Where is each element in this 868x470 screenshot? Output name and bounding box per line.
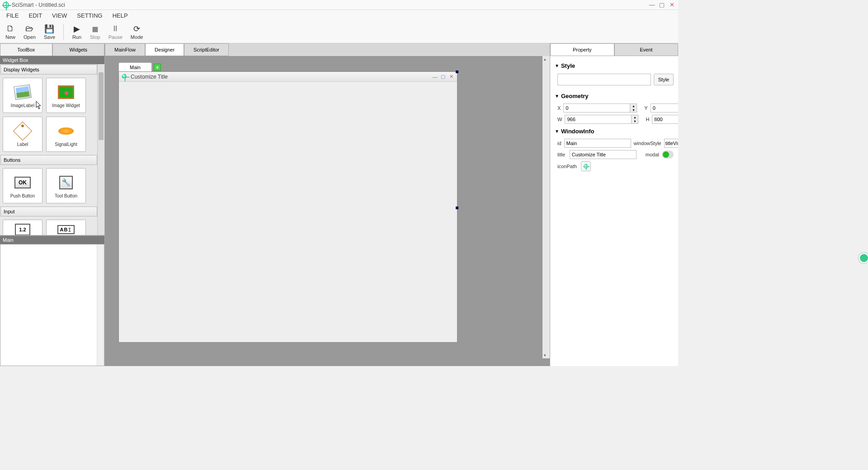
tab-event[interactable]: Event [614,43,679,56]
label-text: Label [17,142,28,147]
outline-scrollbar[interactable] [97,244,104,366]
tab-property[interactable]: Property [550,43,614,56]
outline-tree[interactable] [0,244,104,366]
toolbar-separator [63,24,64,40]
caret-down-icon: ▼ [555,94,559,99]
new-button[interactable]: 🗋 New [5,24,15,40]
x-input[interactable] [563,103,630,113]
category-input[interactable]: Input [0,207,97,216]
document-tab-main[interactable]: Main [118,62,152,72]
caret-down-icon: ▼ [555,63,559,68]
section-geometry[interactable]: ▼Geometry [555,91,674,101]
form-icon [122,74,128,80]
tab-widgets[interactable]: Widgets [52,43,105,56]
menu-setting[interactable]: SETTING [72,10,107,21]
widget-toolbutton[interactable]: 🔧 Tool Button [46,168,86,203]
resize-handle[interactable] [456,70,458,73]
category-display-widgets[interactable]: Display Widgets [0,65,97,75]
widget-pushbutton[interactable]: OK Push Button [3,168,42,203]
widget-spinbox[interactable]: 1.2 [3,220,42,236]
imagelabel-text: ImageLabel [11,103,34,108]
menu-view[interactable]: VIEW [47,10,71,21]
category-buttons[interactable]: Buttons [0,155,97,165]
widget-box: Display Widgets ImageLabel Image Widget … [0,64,104,236]
windowstyle-select[interactable]: titleVisia▾ [664,139,678,148]
open-label: Open [24,34,36,40]
h-input[interactable] [652,115,678,124]
menu-bar: FILE EDIT VIEW SETTING HELP [0,10,678,21]
minimize-button[interactable]: — [648,2,656,8]
pause-button[interactable]: ⏸ Pause [108,24,123,40]
widget-box-title: Widget Box [0,56,104,64]
w-input[interactable] [565,115,631,124]
x-spinner[interactable]: ▲▼ [630,103,637,113]
signallight-icon [57,122,75,140]
widget-signallight[interactable]: SignalLight [46,117,86,152]
form-close-icon[interactable]: ✕ [448,74,454,80]
modal-toggle[interactable] [662,150,674,159]
w-label: W [557,117,562,122]
form-maximize-icon[interactable]: ▢ [440,74,446,80]
tab-scripteditor[interactable]: ScriptEditor [184,43,229,56]
resize-handle[interactable] [456,207,458,209]
imagelabel-icon [14,83,32,101]
menu-file[interactable]: FILE [2,10,23,21]
run-button[interactable]: ▶ Run [72,24,82,40]
imagewidget-text: Image Widget [52,103,80,108]
right-panel: Property Event ▼Style Style ▼Geometry X … [550,43,678,366]
pause-icon: ⏸ [110,24,120,33]
menu-edit[interactable]: EDIT [24,10,47,21]
cursor-icon [36,101,42,110]
menu-help[interactable]: HELP [108,10,132,21]
tab-toolbox[interactable]: ToolBox [0,43,52,56]
widgetbox-scrollbar[interactable] [97,64,104,235]
style-input[interactable] [557,74,651,85]
stop-button[interactable]: ◼ Stop [90,24,100,40]
tab-designer[interactable]: Designer [145,43,184,56]
maximize-button[interactable]: ▢ [658,2,665,8]
pushbutton-icon: OK [14,174,32,192]
stop-icon: ◼ [90,24,100,33]
center-panel: MainFlow Designer ScriptEditor Main + Cu… [105,43,550,366]
form-title: Customize Title [131,74,168,80]
add-document-button[interactable]: + [154,64,161,71]
designer-canvas[interactable]: Main + Customize Title — ▢ ✕ [105,56,550,366]
mode-button[interactable]: ⟳ Mode [131,24,143,40]
section-style[interactable]: ▼Style [555,61,674,71]
id-label: id [557,141,561,146]
save-button[interactable]: 💾 Save [44,24,55,40]
title-input[interactable] [570,150,637,159]
widget-lineedit[interactable]: AB𝙸 [46,220,86,236]
id-input[interactable] [564,139,631,148]
signallight-text: SignalLight [55,142,77,147]
spinbox-icon: 1.2 [14,221,32,236]
close-button[interactable]: ✕ [668,2,675,8]
folder-open-icon: 🗁 [24,24,34,33]
app-icon [3,2,9,8]
section-windowinfo[interactable]: ▼WindowInfo [555,126,674,136]
style-button[interactable]: Style [654,74,674,85]
caret-down-icon: ▼ [555,129,559,134]
open-button[interactable]: 🗁 Open [24,24,36,40]
pushbutton-text: Push Button [10,193,35,198]
widget-imagewidget[interactable]: Image Widget [46,78,86,113]
label-icon [14,122,32,140]
form-minimize-icon[interactable]: — [432,74,438,80]
tab-mainflow[interactable]: MainFlow [105,43,145,56]
new-label: New [5,34,15,40]
title-label: title [557,152,567,157]
w-spinner[interactable]: ▲▼ [631,115,638,124]
cycle-icon: ⟳ [132,24,142,33]
form-window[interactable]: Customize Title — ▢ ✕ [118,71,458,343]
widget-imagelabel[interactable]: ImageLabel [3,78,42,113]
y-input[interactable] [651,103,678,113]
y-label: Y [644,105,647,111]
window-title: SciSmart - Untitled.sci [12,2,65,8]
x-label: X [557,105,561,111]
modal-label: modal [639,152,659,157]
canvas-vertical-scrollbar[interactable] [542,56,550,358]
outline-title: Main [0,236,104,244]
widget-label[interactable]: Label [3,117,42,152]
iconpath-button[interactable] [581,161,591,171]
property-panel: ▼Style Style ▼Geometry X ▲▼ Y ▲▼ W ▲▼ H … [550,56,678,366]
